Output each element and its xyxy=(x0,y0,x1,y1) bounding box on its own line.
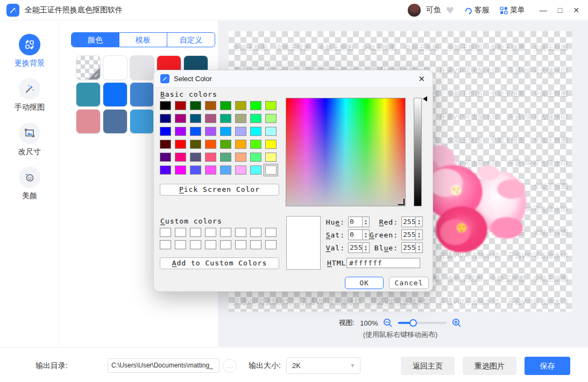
color-swatch[interactable] xyxy=(103,55,127,80)
basic-color-cell[interactable] xyxy=(205,153,216,162)
save-button[interactable]: 保存 xyxy=(525,357,570,375)
dialog-close-icon[interactable]: ✕ xyxy=(418,74,425,84)
sidebar-item-resize[interactable]: 改尺寸 xyxy=(0,122,59,157)
minimize-button[interactable]: — xyxy=(540,0,547,20)
custom-color-cell[interactable] xyxy=(265,228,277,237)
home-button[interactable]: 返回主页 xyxy=(401,357,455,375)
basic-color-cell[interactable] xyxy=(160,165,171,175)
basic-color-cell[interactable] xyxy=(250,153,261,162)
color-swatch[interactable] xyxy=(76,82,101,107)
basic-color-cell[interactable] xyxy=(265,127,277,136)
basic-color-cell[interactable] xyxy=(175,127,186,136)
basic-color-cell[interactable] xyxy=(250,165,261,175)
basic-color-cell[interactable] xyxy=(205,127,216,136)
basic-color-cell[interactable] xyxy=(160,127,171,136)
sidebar-item-manual-cutout[interactable]: 手动抠图 xyxy=(0,78,59,112)
basic-color-cell[interactable] xyxy=(235,114,246,123)
color-swatch[interactable] xyxy=(103,82,127,107)
basic-color-cell[interactable] xyxy=(220,127,231,136)
basic-color-cell[interactable] xyxy=(250,127,261,136)
reselect-image-button[interactable]: 重选图片 xyxy=(463,357,516,375)
basic-color-cell[interactable] xyxy=(265,114,277,123)
custom-color-cell[interactable] xyxy=(235,240,246,249)
color-picker-crosshair[interactable] xyxy=(398,199,405,205)
custom-color-cell[interactable] xyxy=(205,240,216,249)
hue-saturation-picker[interactable] xyxy=(286,98,406,206)
basic-color-cell[interactable] xyxy=(160,114,171,123)
basic-color-cell[interactable] xyxy=(220,140,231,149)
custom-color-cell[interactable] xyxy=(235,228,246,237)
basic-color-cell[interactable] xyxy=(190,114,201,123)
basic-color-cell[interactable] xyxy=(190,140,201,149)
custom-color-cell[interactable] xyxy=(265,240,277,249)
basic-color-cell[interactable] xyxy=(220,114,231,123)
custom-color-cell[interactable] xyxy=(160,228,171,237)
zoom-out-icon[interactable] xyxy=(383,318,393,328)
value-slider-arrow[interactable] xyxy=(423,96,427,102)
pick-screen-color-button[interactable]: Pick Screen Color xyxy=(160,184,279,196)
basic-color-cell[interactable] xyxy=(235,165,246,175)
html-color-input[interactable]: #ffffff xyxy=(346,258,420,268)
basic-color-cell[interactable] xyxy=(175,165,186,175)
basic-color-cell[interactable] xyxy=(190,153,201,162)
basic-color-cell[interactable] xyxy=(265,101,277,110)
maximize-button[interactable]: □ xyxy=(558,0,562,20)
basic-color-cell[interactable] xyxy=(160,153,171,162)
custom-color-cell[interactable] xyxy=(220,240,231,249)
zoom-slider[interactable] xyxy=(398,322,447,324)
red-spinbox[interactable]: 255▲▼ xyxy=(401,217,423,227)
output-dir-input[interactable]: C:\Users\User\Documents\matting_ xyxy=(108,358,219,373)
basic-color-cell[interactable] xyxy=(235,101,246,110)
color-swatch[interactable] xyxy=(76,109,101,134)
basic-color-cell[interactable] xyxy=(235,153,246,162)
ok-button[interactable]: OK xyxy=(345,277,384,289)
custom-color-cell[interactable] xyxy=(160,240,171,249)
close-button[interactable]: ✕ xyxy=(573,0,579,20)
menu-button[interactable]: 菜单 xyxy=(500,5,525,15)
basic-color-cell[interactable] xyxy=(220,165,231,175)
basic-color-cell[interactable] xyxy=(190,165,201,175)
basic-color-cell[interactable] xyxy=(205,101,216,110)
basic-color-cell[interactable] xyxy=(235,127,246,136)
basic-color-cell[interactable] xyxy=(205,165,216,175)
custom-color-cell[interactable] xyxy=(250,240,261,249)
value-slider[interactable] xyxy=(414,98,422,206)
sidebar-item-beauty[interactable]: 美颜 xyxy=(0,167,59,201)
basic-color-cell[interactable] xyxy=(175,140,186,149)
basic-color-cell[interactable] xyxy=(175,114,186,123)
green-spinbox[interactable]: 255▲▼ xyxy=(401,229,423,240)
basic-color-cell[interactable] xyxy=(265,140,277,149)
tab-custom[interactable]: 自定义 xyxy=(167,33,215,47)
basic-color-cell[interactable] xyxy=(205,114,216,123)
custom-color-cell[interactable] xyxy=(175,240,186,249)
basic-color-cell[interactable] xyxy=(190,101,201,110)
basic-color-cell[interactable] xyxy=(250,114,261,123)
basic-color-cell[interactable] xyxy=(235,140,246,149)
custom-color-cell[interactable] xyxy=(220,228,231,237)
output-size-select[interactable]: 2K ▼ xyxy=(286,357,360,374)
basic-color-cell[interactable] xyxy=(220,153,231,162)
basic-color-cell[interactable] xyxy=(250,101,261,110)
zoom-in-icon[interactable] xyxy=(452,318,462,328)
transparent-swatch[interactable]: ✓ xyxy=(76,55,101,80)
basic-color-cell[interactable] xyxy=(175,101,186,110)
custom-color-cell[interactable] xyxy=(190,228,201,237)
color-swatch[interactable] xyxy=(103,109,127,134)
tab-template[interactable]: 模板 xyxy=(119,33,167,47)
color-swatch[interactable] xyxy=(130,109,154,134)
custom-color-cell[interactable] xyxy=(250,228,261,237)
zoom-slider-thumb[interactable] xyxy=(409,319,417,327)
basic-color-cell[interactable] xyxy=(250,140,261,149)
basic-color-cell[interactable] xyxy=(205,140,216,149)
customer-service-button[interactable]: 客服 xyxy=(464,5,490,15)
tab-color[interactable]: 颜色 xyxy=(72,33,119,47)
basic-color-cell[interactable] xyxy=(265,165,277,175)
basic-color-cell[interactable] xyxy=(220,101,231,110)
basic-color-cell[interactable] xyxy=(160,101,171,110)
custom-color-cell[interactable] xyxy=(175,228,186,237)
user-name[interactable]: 可鱼 xyxy=(426,5,441,15)
sidebar-item-change-background[interactable]: 更换背景 xyxy=(0,34,59,68)
basic-color-cell[interactable] xyxy=(190,127,201,136)
color-swatch[interactable] xyxy=(130,82,154,107)
color-swatch[interactable] xyxy=(130,55,154,80)
